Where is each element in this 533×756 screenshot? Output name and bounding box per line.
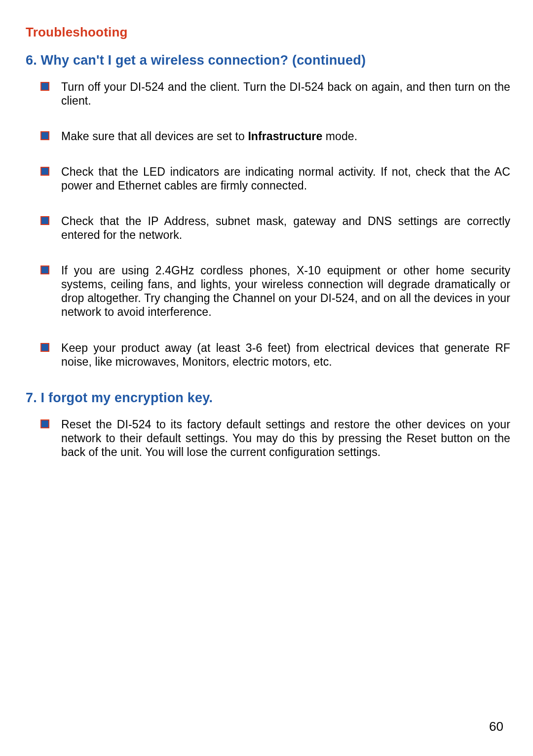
- bullet-icon: [40, 265, 49, 274]
- list-item-text: If you are using 2.4GHz cordless phones,…: [61, 264, 510, 319]
- bullet-icon: [40, 216, 49, 225]
- bullet-icon: [40, 167, 49, 176]
- bullet-icon: [40, 343, 49, 352]
- list-item-text: Make sure that all devices are set to In…: [61, 129, 510, 143]
- list-item-text: Keep your product away (at least 3-6 fee…: [61, 341, 510, 369]
- list-item: Turn off your DI-524 and the client. Tur…: [40, 80, 510, 108]
- list-item: Make sure that all devices are set to In…: [40, 129, 510, 143]
- list-item-text: Check that the IP Address, subnet mask, …: [61, 214, 510, 242]
- bullet-icon: [40, 419, 49, 428]
- list-item: If you are using 2.4GHz cordless phones,…: [40, 264, 510, 319]
- question-7-heading: 7. I forgot my encryption key.: [26, 390, 510, 406]
- list-item-text: Turn off your DI-524 and the client. Tur…: [61, 80, 510, 108]
- list-item: Keep your product away (at least 3-6 fee…: [40, 341, 510, 369]
- bullet-icon: [40, 82, 49, 91]
- bullet-icon: [40, 131, 49, 140]
- question-7-list: Reset the DI-524 to its factory default …: [40, 417, 510, 459]
- document-page: Troubleshooting 6. Why can't I get a wir…: [0, 0, 533, 756]
- list-item: Check that the LED indicators are indica…: [40, 165, 510, 192]
- section-title: Troubleshooting: [26, 25, 510, 40]
- list-item: Check that the IP Address, subnet mask, …: [40, 214, 510, 242]
- page-number: 60: [489, 719, 503, 734]
- list-item-text: Reset the DI-524 to its factory default …: [61, 417, 510, 459]
- list-item: Reset the DI-524 to its factory default …: [40, 417, 510, 459]
- list-item-text: Check that the LED indicators are indica…: [61, 165, 510, 192]
- question-6-list: Turn off your DI-524 and the client. Tur…: [40, 80, 510, 369]
- question-6-heading: 6. Why can't I get a wireless connection…: [26, 53, 510, 68]
